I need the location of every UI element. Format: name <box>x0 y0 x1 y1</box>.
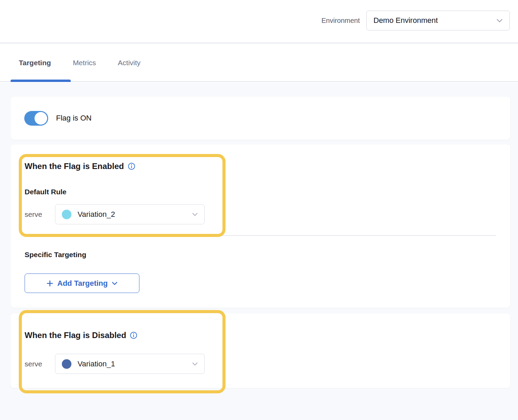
chevron-down-icon <box>112 282 118 285</box>
toggle-knob <box>35 112 47 125</box>
plus-icon <box>46 280 53 287</box>
active-tab-indicator <box>11 80 71 82</box>
variation-selected-value: Variation_2 <box>78 210 115 219</box>
flag-state-label: Flag is ON <box>56 114 92 123</box>
flag-on-off-toggle[interactable] <box>24 111 48 126</box>
disabled-section-title: When the Flag is Disabled <box>25 331 137 339</box>
enabled-variation-select[interactable]: Variation_2 <box>55 204 205 224</box>
serve-label: serve <box>25 210 55 219</box>
environment-select[interactable]: Demo Environment <box>366 11 510 30</box>
section-divider <box>25 235 496 236</box>
environment-label: Environment <box>322 17 360 25</box>
serve-label: serve <box>25 360 55 368</box>
add-targeting-label: Add Targeting <box>57 279 108 288</box>
enabled-section-title-text: When the Flag is Enabled <box>25 162 124 170</box>
flag-disabled-rules-card: When the Flag is Disabled serve Variatio… <box>11 313 510 388</box>
tab-targeting[interactable]: Targeting <box>19 59 51 67</box>
tab-metrics[interactable]: Metrics <box>73 59 96 67</box>
flag-enabled-rules-card: When the Flag is Enabled Default Rule se… <box>11 144 510 308</box>
disabled-serve-row: serve Variation_1 <box>25 354 205 374</box>
chevron-down-icon <box>192 362 198 366</box>
info-icon[interactable] <box>130 332 137 339</box>
enabled-section-title: When the Flag is Enabled <box>25 162 135 170</box>
targeting-tab-content: Flag is ON When the Flag is Enabled Defa… <box>0 83 518 420</box>
default-rule-heading: Default Rule <box>25 188 67 195</box>
info-icon[interactable] <box>128 163 135 170</box>
flag-detail-tab-bar: Targeting Metrics Activity <box>0 44 518 82</box>
environment-picker-row: Environment Demo Environment <box>322 11 510 30</box>
chevron-down-icon <box>192 213 198 216</box>
specific-targeting-heading: Specific Targeting <box>25 251 86 258</box>
variation-color-dot <box>62 359 71 369</box>
variation-color-dot <box>62 210 71 219</box>
disabled-section-title-text: When the Flag is Disabled <box>25 331 126 339</box>
variation-selected-value: Variation_1 <box>78 360 115 368</box>
default-rule-serve-row: serve Variation_2 <box>25 204 205 224</box>
disabled-variation-select[interactable]: Variation_1 <box>55 354 205 374</box>
environment-selected-value: Demo Environment <box>373 16 438 25</box>
add-targeting-button[interactable]: Add Targeting <box>25 274 139 293</box>
tab-activity[interactable]: Activity <box>118 59 141 67</box>
page-header: Environment Demo Environment <box>0 0 518 43</box>
chevron-down-icon <box>496 19 503 23</box>
flag-state-card: Flag is ON <box>11 97 510 140</box>
